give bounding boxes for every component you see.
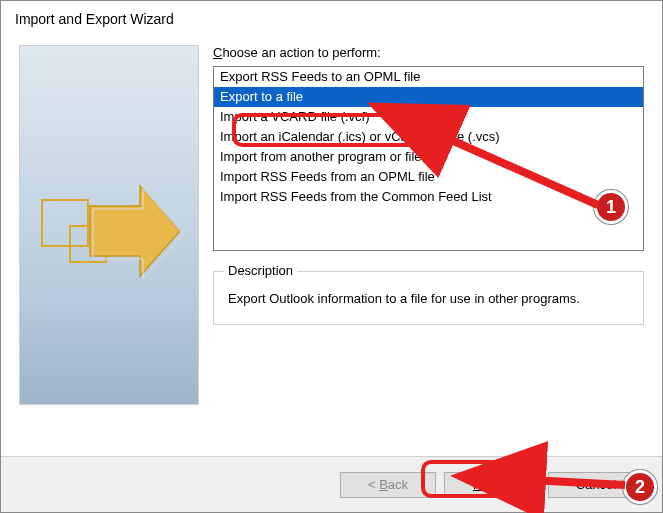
back-button: < Back — [340, 472, 436, 498]
action-prompt-label: Choose an action to perform: — [213, 45, 644, 60]
dialog-title: Import and Export Wizard — [1, 1, 662, 31]
action-list-item[interactable]: Export RSS Feeds to an OPML file — [214, 67, 643, 87]
action-list-item[interactable]: Import an iCalendar (.ics) or vCalendar … — [214, 127, 643, 147]
dialog-footer: < Back Next > Cancel — [1, 456, 662, 512]
cancel-button[interactable]: Cancel — [548, 472, 644, 498]
action-list-item[interactable]: Import RSS Feeds from the Common Feed Li… — [214, 187, 643, 207]
action-list-item[interactable]: Import RSS Feeds from an OPML file — [214, 167, 643, 187]
wizard-image — [19, 45, 199, 405]
dialog-content: Choose an action to perform: Export RSS … — [1, 31, 662, 456]
action-listbox[interactable]: Export RSS Feeds to an OPML fileExport t… — [213, 66, 644, 251]
action-list-item[interactable]: Export to a file — [214, 87, 643, 107]
description-text: Export Outlook information to a file for… — [228, 290, 629, 308]
description-legend: Description — [224, 263, 297, 278]
action-list-item[interactable]: Import from another program or file — [214, 147, 643, 167]
next-button[interactable]: Next > — [444, 472, 540, 498]
description-groupbox: Description Export Outlook information t… — [213, 271, 644, 325]
import-export-wizard-dialog: Import and Export Wizard Choose an actio… — [0, 0, 663, 513]
action-list-item[interactable]: Import a VCARD file (.vcf) — [214, 107, 643, 127]
main-panel: Choose an action to perform: Export RSS … — [213, 45, 644, 456]
svg-rect-0 — [42, 200, 88, 246]
